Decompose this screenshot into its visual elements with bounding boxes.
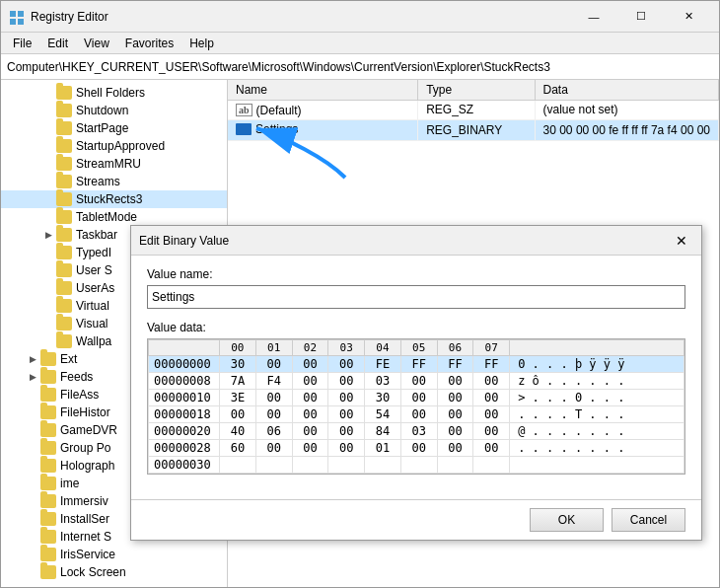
hex-byte[interactable] bbox=[220, 457, 256, 474]
svg-rect-3 bbox=[18, 19, 24, 25]
hex-byte[interactable]: 00 bbox=[292, 440, 328, 457]
hex-byte[interactable]: 06 bbox=[255, 423, 292, 440]
folder-icon bbox=[56, 246, 72, 259]
hex-byte[interactable]: 00 bbox=[255, 406, 292, 423]
tree-item-streams[interactable]: Streams bbox=[1, 173, 227, 190]
tree-item-streammru[interactable]: StreamMRU bbox=[1, 155, 227, 173]
hex-byte[interactable]: 00 bbox=[437, 440, 473, 457]
hex-byte[interactable]: 00 bbox=[473, 390, 510, 406]
hex-byte[interactable]: 00 bbox=[473, 423, 510, 440]
hex-byte[interactable]: 30 bbox=[220, 356, 256, 373]
hex-row[interactable]: 00000010 3E 00 00 00 30 00 00 00 > . . .… bbox=[149, 390, 684, 406]
hex-byte[interactable]: 00 bbox=[292, 390, 328, 406]
table-row[interactable]: Settings REG_BINARY 30 00 00 00 fe ff ff… bbox=[228, 119, 719, 140]
hex-byte[interactable]: 7A bbox=[220, 373, 256, 390]
hex-byte[interactable]: 00 bbox=[400, 440, 437, 457]
value-name-input[interactable] bbox=[147, 285, 685, 309]
hex-byte[interactable]: FF bbox=[400, 356, 437, 373]
tree-item-shell-folders[interactable]: Shell Folders bbox=[1, 84, 227, 102]
hex-byte[interactable]: 00 bbox=[220, 406, 256, 423]
hex-byte[interactable]: 00 bbox=[437, 373, 473, 390]
hex-byte[interactable]: 00 bbox=[328, 390, 365, 406]
hex-byte[interactable]: 03 bbox=[400, 423, 437, 440]
minimize-button[interactable]: — bbox=[571, 1, 616, 33]
hex-byte[interactable]: 00 bbox=[328, 406, 365, 423]
hex-byte[interactable]: 00 bbox=[437, 423, 473, 440]
maximize-button[interactable]: ☐ bbox=[618, 1, 664, 33]
hex-byte[interactable]: 00 bbox=[473, 440, 510, 457]
hex-byte bbox=[473, 457, 510, 474]
hex-byte[interactable]: 30 bbox=[365, 390, 401, 406]
hex-byte[interactable]: 60 bbox=[220, 440, 256, 457]
hex-byte[interactable]: 03 bbox=[365, 373, 401, 390]
cancel-button[interactable]: Cancel bbox=[612, 508, 685, 532]
hex-byte[interactable]: 00 bbox=[473, 373, 510, 390]
folder-icon bbox=[40, 405, 56, 419]
hex-byte[interactable]: 00 bbox=[255, 440, 292, 457]
tree-item-irisservice[interactable]: IrisService bbox=[1, 546, 227, 563]
table-row[interactable]: ab (Default) REG_SZ (value not set) bbox=[228, 101, 719, 120]
hex-byte[interactable]: 00 bbox=[437, 390, 473, 406]
reg-name-cell: Settings bbox=[228, 119, 418, 140]
hex-byte[interactable]: 00 bbox=[255, 356, 292, 373]
tree-item-stuckrects3[interactable]: StuckRects3 bbox=[1, 190, 227, 208]
dialog-close-button[interactable]: ✕ bbox=[670, 229, 693, 253]
no-arrow bbox=[25, 564, 40, 580]
hex-byte[interactable]: FF bbox=[437, 356, 473, 373]
folder-icon bbox=[40, 494, 56, 508]
tree-item-tabletmode[interactable]: TabletMode bbox=[1, 208, 227, 226]
no-arrow bbox=[40, 333, 56, 349]
hex-byte[interactable]: 00 bbox=[400, 390, 437, 406]
svg-rect-1 bbox=[18, 11, 24, 17]
hex-byte[interactable]: 84 bbox=[365, 423, 401, 440]
hex-byte[interactable]: 00 bbox=[437, 406, 473, 423]
address-path: Computer\HKEY_CURRENT_USER\Software\Micr… bbox=[7, 60, 550, 74]
hex-row[interactable]: 00000008 7A F4 00 00 03 00 00 00 z ô . .… bbox=[149, 373, 684, 390]
hex-row[interactable]: 00000020 40 06 00 00 84 03 00 00 @ . . .… bbox=[149, 423, 684, 440]
hex-col-02: 02 bbox=[292, 340, 328, 356]
hex-addr: 00000020 bbox=[149, 423, 220, 440]
tree-item-startupapproved[interactable]: StartupApproved bbox=[1, 137, 227, 155]
close-button[interactable]: ✕ bbox=[666, 1, 711, 33]
tree-item-lockscreen[interactable]: Lock Screen bbox=[1, 563, 227, 581]
app-icon bbox=[9, 9, 25, 25]
hex-byte[interactable]: FF bbox=[473, 356, 510, 373]
hex-row[interactable]: 00000000 30 00 00 00 FE FF FF FF 0 . . .… bbox=[149, 356, 684, 373]
hex-byte[interactable]: 00 bbox=[328, 356, 365, 373]
hex-row[interactable]: 00000028 60 00 00 00 01 00 00 00 . . . .… bbox=[149, 440, 684, 457]
hex-byte[interactable]: 3E bbox=[220, 390, 256, 406]
hex-byte[interactable]: 00 bbox=[328, 373, 365, 390]
hex-byte[interactable]: 00 bbox=[292, 356, 328, 373]
hex-byte[interactable]: 54 bbox=[365, 406, 401, 423]
hex-byte[interactable]: 00 bbox=[473, 406, 510, 423]
title-bar-controls: — ☐ ✕ bbox=[571, 1, 711, 33]
menu-help[interactable]: Help bbox=[181, 35, 222, 52]
menu-file[interactable]: File bbox=[5, 35, 39, 52]
folder-icon bbox=[56, 157, 72, 171]
folder-icon bbox=[40, 548, 56, 561]
hex-row[interactable]: 00000018 00 00 00 00 54 00 00 00 . . . .… bbox=[149, 406, 684, 423]
hex-byte[interactable]: 00 bbox=[400, 373, 437, 390]
hex-byte[interactable]: 00 bbox=[328, 423, 365, 440]
hex-byte[interactable]: F4 bbox=[255, 373, 292, 390]
hex-row[interactable]: 00000030 bbox=[149, 457, 684, 474]
hex-byte[interactable]: 00 bbox=[255, 390, 292, 406]
hex-byte[interactable]: FE bbox=[365, 356, 401, 373]
hex-byte[interactable]: 00 bbox=[328, 440, 365, 457]
tree-item-startpage[interactable]: StartPage bbox=[1, 119, 227, 137]
hex-addr: 00000000 bbox=[149, 356, 220, 373]
hex-byte[interactable]: 00 bbox=[292, 423, 328, 440]
tree-item-shutdown[interactable]: Shutdown bbox=[1, 102, 227, 119]
hex-byte[interactable]: 40 bbox=[220, 423, 256, 440]
menu-favorites[interactable]: Favorites bbox=[117, 35, 181, 52]
menu-view[interactable]: View bbox=[76, 35, 117, 52]
hex-col-ascii bbox=[510, 340, 684, 356]
no-arrow bbox=[25, 547, 40, 562]
menu-edit[interactable]: Edit bbox=[39, 35, 76, 52]
hex-byte[interactable]: 00 bbox=[292, 373, 328, 390]
hex-byte[interactable]: 01 bbox=[365, 440, 401, 457]
ok-button[interactable]: OK bbox=[530, 508, 604, 532]
expand-arrow: ▶ bbox=[40, 227, 56, 243]
hex-byte[interactable]: 00 bbox=[292, 406, 328, 423]
hex-byte[interactable]: 00 bbox=[400, 406, 437, 423]
